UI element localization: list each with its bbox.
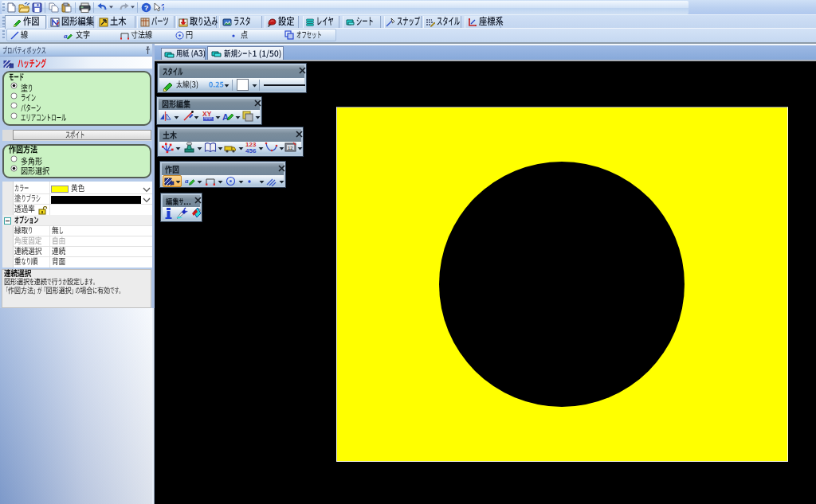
svg-text:a: a: [64, 32, 68, 40]
svg-text:?: ?: [161, 3, 164, 12]
svg-text:a: a: [185, 177, 189, 185]
svg-text:?: ?: [144, 4, 149, 12]
svg-text:XY: XY: [202, 111, 212, 118]
svg-text:A: A: [222, 112, 229, 122]
svg-text:456: 456: [245, 147, 257, 154]
svg-text:12: 12: [288, 146, 293, 150]
